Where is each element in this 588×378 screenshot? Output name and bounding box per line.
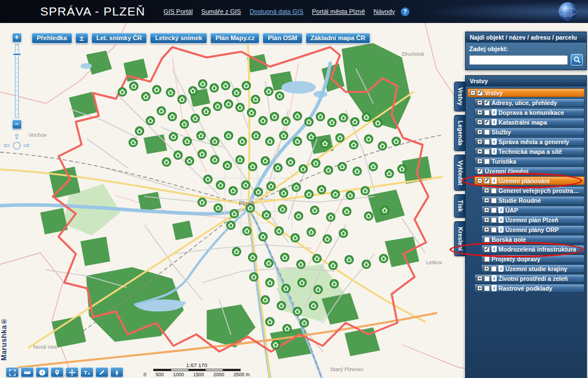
map-marker[interactable] [247, 109, 256, 117]
map-marker[interactable] [329, 261, 338, 270]
layer-checkbox[interactable] [484, 149, 490, 155]
map-marker[interactable] [178, 95, 187, 104]
map-marker[interactable] [353, 167, 362, 176]
map-marker[interactable] [369, 163, 378, 171]
zoom-slider-handle[interactable] [13, 53, 21, 56]
map-marker[interactable] [276, 92, 284, 101]
map-marker[interactable] [324, 166, 333, 175]
map-marker[interactable] [314, 286, 323, 294]
map-marker[interactable] [336, 134, 345, 142]
nav-link[interactable]: Portál města Plzně [312, 8, 365, 15]
expand-toggle-icon[interactable]: + [477, 276, 482, 281]
layer-checkbox[interactable] [484, 119, 490, 125]
tab-legenda[interactable]: Legenda [454, 115, 465, 151]
map-marker[interactable] [214, 102, 222, 111]
zoom-in-button[interactable]: + [12, 33, 22, 43]
layer-row[interactable]: +iÚzemní plán Plzeň [481, 215, 585, 224]
layer-row[interactable]: +Generel veřejných prostranství [481, 186, 585, 195]
map-marker[interactable] [374, 119, 382, 128]
map-marker[interactable] [338, 163, 347, 171]
map-marker[interactable] [293, 307, 302, 316]
fullscreen-button[interactable] [6, 367, 19, 377]
layer-checkbox[interactable] [484, 129, 490, 135]
locate-button[interactable] [51, 367, 64, 377]
map-marker[interactable] [278, 205, 287, 214]
expand-toggle-icon[interactable]: + [484, 207, 489, 213]
map-marker[interactable] [204, 175, 212, 184]
layer-row[interactable]: +iKatastrální mapa [474, 118, 585, 126]
map-marker[interactable] [362, 113, 371, 122]
layer-checkbox[interactable] [491, 227, 497, 233]
layer-row[interactable]: +iÚAP [481, 206, 585, 214]
map-marker[interactable] [225, 100, 233, 109]
map-marker[interactable] [222, 82, 230, 90]
layer-info-icon[interactable]: i [498, 207, 504, 213]
map-marker[interactable] [157, 107, 166, 115]
map-marker[interactable] [365, 212, 373, 221]
expand-toggle-icon[interactable]: + [477, 159, 482, 164]
layer-row[interactable]: +iÚzemní plány ORP [481, 225, 585, 234]
tab-kresleni[interactable]: Kreslení [454, 221, 465, 256]
map-marker[interactable] [351, 118, 359, 126]
map-marker[interactable] [299, 165, 308, 173]
map-marker[interactable] [361, 187, 370, 195]
layer-checkbox[interactable] [491, 217, 497, 223]
layer-info-icon[interactable]: i [492, 109, 497, 115]
expand-toggle-icon[interactable]: + [477, 129, 482, 134]
expand-toggle-icon[interactable]: + [477, 286, 482, 291]
map-marker[interactable] [297, 260, 305, 269]
map-marker[interactable] [307, 133, 316, 141]
expand-toggle-icon[interactable]: − [477, 178, 482, 183]
layer-checkbox[interactable] [484, 139, 490, 145]
map-marker[interactable] [345, 256, 354, 264]
map-marker[interactable] [242, 82, 251, 90]
layer-row[interactable]: +iRastrové podklady [474, 284, 585, 292]
layer-checkbox[interactable] [484, 237, 490, 242]
layer-row[interactable]: +Služby [474, 128, 585, 136]
map-marker[interactable] [282, 284, 291, 293]
layer-info-icon[interactable]: i [498, 265, 504, 272]
map-marker[interactable] [293, 137, 302, 146]
map-marker[interactable] [265, 259, 273, 268]
prehledka-button[interactable]: Přehledka [32, 33, 72, 44]
map-marker[interactable] [316, 113, 325, 121]
zoom-slider[interactable] [15, 44, 19, 118]
layer-info-icon[interactable]: i [498, 226, 504, 233]
tab-vyhledat[interactable]: Vyhledat [454, 155, 465, 191]
map-marker[interactable] [362, 260, 371, 269]
layer-checkbox[interactable] [491, 207, 497, 213]
map-marker[interactable] [259, 233, 268, 241]
layer-checkbox[interactable] [484, 256, 490, 262]
map-marker[interactable] [183, 137, 192, 146]
object-search-input[interactable] [469, 55, 568, 65]
expand-toggle-icon[interactable]: + [477, 149, 482, 154]
map-marker[interactable] [202, 107, 211, 116]
layer-row[interactable]: −Vrstvy [467, 88, 585, 97]
map-marker[interactable] [266, 137, 274, 146]
layer-row[interactable]: +iÚzemní studie krajiny [481, 264, 585, 273]
map-marker[interactable] [197, 132, 206, 140]
layer-checkbox[interactable] [484, 178, 490, 184]
map-marker[interactable] [250, 273, 258, 281]
map-marker[interactable] [350, 141, 358, 149]
map-marker[interactable] [381, 206, 389, 215]
map-marker[interactable] [180, 120, 189, 129]
map-marker[interactable] [216, 181, 225, 190]
map-marker[interactable] [261, 296, 270, 304]
map-marker[interactable] [346, 191, 355, 200]
zoom-out-button[interactable]: − [12, 119, 22, 129]
map-marker[interactable] [310, 302, 318, 310]
map-marker[interactable] [236, 156, 245, 164]
layer-row[interactable]: +iŽivotní prostředí a zeleň [474, 274, 585, 283]
layer-row[interactable]: +iTechnická mapa a sítě [474, 147, 585, 156]
layer-row[interactable]: +iSpráva města a generely [474, 137, 585, 146]
map-marker[interactable] [223, 161, 232, 170]
expand-toggle-icon[interactable]: + [484, 266, 489, 271]
map-marker[interactable] [198, 198, 207, 207]
map-marker[interactable] [199, 80, 207, 88]
layer-row[interactable]: iModrozelená infrastruktura [481, 245, 585, 253]
expand-toggle-icon[interactable]: − [470, 90, 475, 95]
layer-row[interactable]: Územní členění [474, 167, 585, 175]
info-button[interactable]: i [36, 367, 49, 377]
layer-info-icon[interactable]: i [492, 148, 497, 155]
